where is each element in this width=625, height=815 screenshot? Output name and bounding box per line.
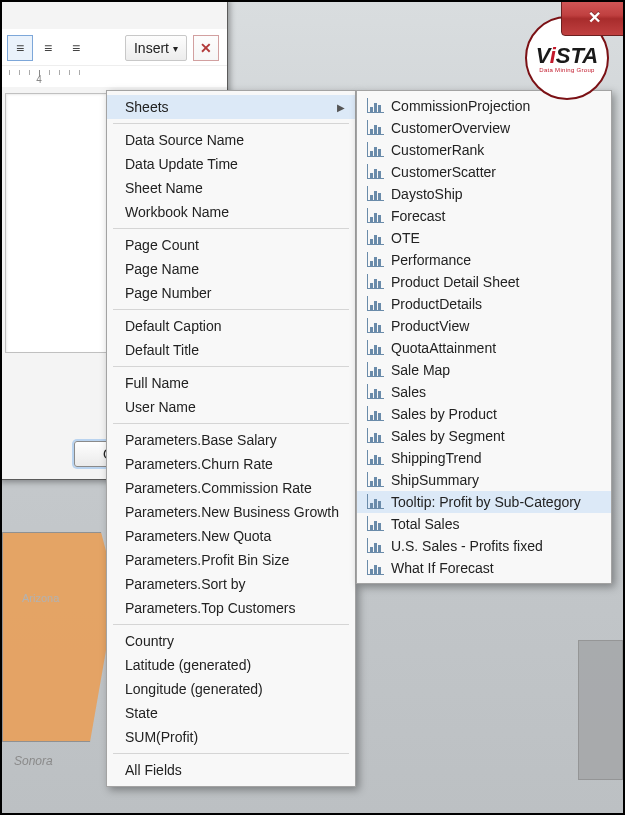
sheet-menu-item[interactable]: What If Forecast xyxy=(357,557,611,579)
bar-chart-icon xyxy=(367,253,383,267)
menu-item[interactable]: Sheet Name xyxy=(107,176,355,200)
sheet-menu-item[interactable]: Sales xyxy=(357,381,611,403)
bar-chart-icon xyxy=(367,165,383,179)
menu-item[interactable]: Data Source Name xyxy=(107,128,355,152)
menu-item[interactable]: All Fields xyxy=(107,758,355,782)
menu-item[interactable]: Workbook Name xyxy=(107,200,355,224)
sheet-menu-item[interactable]: CustomerRank xyxy=(357,139,611,161)
menu-item-label: State xyxy=(125,705,158,721)
sheet-menu-item[interactable]: ProductView xyxy=(357,315,611,337)
menu-item[interactable]: SUM(Profit) xyxy=(107,725,355,749)
menu-item[interactable]: Country xyxy=(107,629,355,653)
sheet-menu-item[interactable]: Sales by Segment xyxy=(357,425,611,447)
bar-chart-icon xyxy=(367,473,383,487)
sheet-menu-item[interactable]: Total Sales xyxy=(357,513,611,535)
sheet-menu-item[interactable]: ProductDetails xyxy=(357,293,611,315)
bar-chart-icon xyxy=(367,121,383,135)
align-left-button[interactable]: ≡ xyxy=(7,35,33,61)
menu-item[interactable]: Parameters.New Business Growth xyxy=(107,500,355,524)
sheet-menu-item[interactable]: Product Detail Sheet xyxy=(357,271,611,293)
insert-dropdown-button[interactable]: Insert xyxy=(125,35,187,61)
sheet-menu-item-label: CustomerOverview xyxy=(391,120,510,136)
bar-chart-icon xyxy=(367,429,383,443)
menu-item[interactable]: Parameters.Profit Bin Size xyxy=(107,548,355,572)
dialog-titlebar[interactable] xyxy=(0,0,227,29)
sheet-menu-item[interactable]: ShipSummary xyxy=(357,469,611,491)
menu-item[interactable]: State xyxy=(107,701,355,725)
bar-chart-icon xyxy=(367,231,383,245)
menu-item[interactable]: Default Title xyxy=(107,338,355,362)
sheet-menu-item[interactable]: Sales by Product xyxy=(357,403,611,425)
menu-item-label: Parameters.New Business Growth xyxy=(125,504,339,520)
sheet-menu-item-label: QuotaAttainment xyxy=(391,340,496,356)
bar-chart-icon xyxy=(367,539,383,553)
sheet-menu-item[interactable]: CustomerScatter xyxy=(357,161,611,183)
menu-item-label: All Fields xyxy=(125,762,182,778)
sheet-menu-item[interactable]: CustomerOverview xyxy=(357,117,611,139)
menu-item[interactable]: Parameters.Commission Rate xyxy=(107,476,355,500)
bar-chart-icon xyxy=(367,495,383,509)
sheet-menu-item[interactable]: Forecast xyxy=(357,205,611,227)
menu-item-label: Page Name xyxy=(125,261,199,277)
sheet-menu-item[interactable]: QuotaAttainment xyxy=(357,337,611,359)
menu-item[interactable]: Longitude (generated) xyxy=(107,677,355,701)
sheet-menu-item[interactable]: U.S. Sales - Profits fixed xyxy=(357,535,611,557)
menu-item[interactable]: Parameters.New Quota xyxy=(107,524,355,548)
map-region-east xyxy=(578,640,623,780)
sheet-menu-item-label: Total Sales xyxy=(391,516,459,532)
menu-item[interactable]: Parameters.Top Customers xyxy=(107,596,355,620)
logo-letter: STA xyxy=(556,43,598,68)
dialog-toolbar: ≡ ≡ ≡ Insert ✕ xyxy=(0,29,227,65)
menu-item-label: Latitude (generated) xyxy=(125,657,251,673)
delete-button[interactable]: ✕ xyxy=(193,35,219,61)
menu-item-label: Sheets xyxy=(125,99,169,115)
sheet-menu-item[interactable]: DaystoShip xyxy=(357,183,611,205)
sheet-menu-item-label: U.S. Sales - Profits fixed xyxy=(391,538,543,554)
sheet-menu-item[interactable]: Sale Map xyxy=(357,359,611,381)
insert-menu: Sheets▶Data Source NameData Update TimeS… xyxy=(106,90,356,787)
map-region-arizona xyxy=(2,532,112,742)
align-center-button[interactable]: ≡ xyxy=(35,35,61,61)
close-icon: ✕ xyxy=(588,8,601,27)
menu-item[interactable]: User Name xyxy=(107,395,355,419)
menu-item[interactable]: Latitude (generated) xyxy=(107,653,355,677)
sheet-menu-item[interactable]: ShippingTrend xyxy=(357,447,611,469)
bar-chart-icon xyxy=(367,297,383,311)
sheet-menu-item[interactable]: Performance xyxy=(357,249,611,271)
menu-item[interactable]: Page Count xyxy=(107,233,355,257)
menu-item[interactable]: Data Update Time xyxy=(107,152,355,176)
sheet-menu-item-label: Sale Map xyxy=(391,362,450,378)
menu-item-label: Parameters.Commission Rate xyxy=(125,480,312,496)
sheet-menu-item-label: Performance xyxy=(391,252,471,268)
menu-item-label: Parameters.Top Customers xyxy=(125,600,295,616)
menu-item[interactable]: Sheets▶ xyxy=(107,95,355,119)
sheet-menu-item[interactable]: OTE xyxy=(357,227,611,249)
menu-item[interactable]: Parameters.Churn Rate xyxy=(107,452,355,476)
sheet-menu-item[interactable]: Tooltip: Profit by Sub-Category xyxy=(357,491,611,513)
menu-item[interactable]: Parameters.Sort by xyxy=(107,572,355,596)
window-close-button[interactable]: ✕ xyxy=(561,0,625,36)
menu-item[interactable]: Page Name xyxy=(107,257,355,281)
align-right-button[interactable]: ≡ xyxy=(63,35,89,61)
bar-chart-icon xyxy=(367,319,383,333)
ruler[interactable]: 4 xyxy=(0,65,227,87)
bar-chart-icon xyxy=(367,275,383,289)
menu-item[interactable]: Parameters.Base Salary xyxy=(107,428,355,452)
menu-item[interactable]: Full Name xyxy=(107,371,355,395)
menu-item-label: Parameters.Base Salary xyxy=(125,432,277,448)
sheet-menu-item-label: ProductDetails xyxy=(391,296,482,312)
bar-chart-icon xyxy=(367,143,383,157)
sheet-menu-item-label: Sales by Product xyxy=(391,406,497,422)
menu-separator xyxy=(113,228,349,229)
menu-separator xyxy=(113,309,349,310)
sheet-menu-item-label: Sales by Segment xyxy=(391,428,505,444)
menu-item[interactable]: Page Number xyxy=(107,281,355,305)
menu-item[interactable]: Default Caption xyxy=(107,314,355,338)
menu-separator xyxy=(113,123,349,124)
menu-item-label: Parameters.Churn Rate xyxy=(125,456,273,472)
logo-subtitle: Data Mining Group xyxy=(539,67,594,73)
bar-chart-icon xyxy=(367,99,383,113)
sheet-menu-item-label: ShipSummary xyxy=(391,472,479,488)
menu-item-label: Parameters.Sort by xyxy=(125,576,246,592)
sheet-menu-item-label: CustomerRank xyxy=(391,142,484,158)
